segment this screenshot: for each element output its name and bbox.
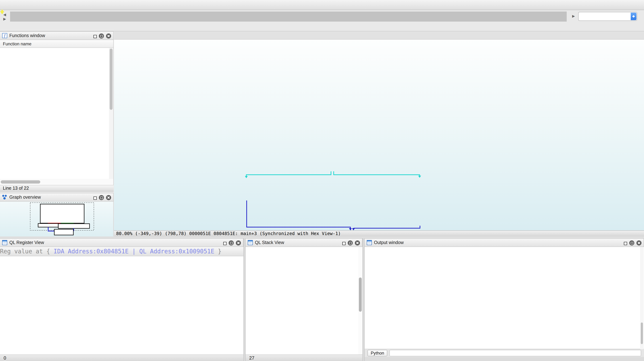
close-icon[interactable] (106, 34, 111, 39)
output-window-titlebar: Output window (364, 238, 644, 247)
dock-icon[interactable] (94, 196, 97, 200)
functions-horizontal-scrollbar[interactable] (0, 179, 114, 185)
workspace: 80.00% (-349,-39) (798,78) 0000051E 0804… (114, 31, 644, 236)
navigation-band-row: ◀ ▶ ▶ (0, 10, 644, 23)
ql-stack-view-titlebar: QL Stack View (246, 238, 362, 247)
ql-register-view-title: QL Register View (9, 240, 44, 245)
maximize-icon[interactable] (99, 195, 104, 200)
maximize-icon[interactable] (229, 240, 234, 245)
register-address-header: Reg value at { IDA Address:0x804851E | Q… (0, 247, 244, 256)
dock-icon[interactable] (223, 242, 226, 245)
ql-register-view-icon (2, 240, 7, 245)
stack-vertical-scrollbar[interactable] (358, 247, 362, 354)
output-window-icon (367, 240, 372, 245)
python-command-input[interactable] (390, 350, 641, 356)
legend-bar (0, 23, 644, 31)
functions-vertical-scrollbar[interactable] (109, 48, 113, 179)
dock-icon[interactable] (624, 242, 627, 245)
maximize-icon[interactable] (629, 240, 634, 245)
dock-icon[interactable] (94, 35, 97, 38)
output-vertical-scrollbar[interactable] (640, 247, 644, 349)
band-expand-icon[interactable]: ▶ (570, 14, 578, 18)
graph-overview-titlebar: Graph overview (0, 193, 114, 202)
band-zoom-combobox[interactable] (578, 12, 637, 21)
ida-graph-canvas[interactable] (114, 40, 644, 230)
ql-stack-view-title: QL Stack View (255, 240, 284, 245)
functions-window-titlebar: f Functions window (0, 31, 114, 40)
python-command-row: Python (364, 349, 644, 357)
band-position-marker (0, 11, 4, 17)
register-status: 0 (0, 354, 244, 361)
band-scroll-right-icon[interactable]: ▶ (1, 17, 9, 21)
close-icon[interactable] (355, 240, 360, 245)
output-window-title: Output window (374, 240, 404, 245)
horizontal-splitter[interactable] (0, 236, 644, 238)
register-values (0, 256, 244, 354)
main-toolbar (0, 0, 644, 10)
python-button[interactable]: Python (368, 350, 388, 356)
graph-overview-title: Graph overview (9, 195, 41, 200)
stack-values (246, 247, 362, 354)
functions-status-line: Line 13 of 22 (0, 185, 114, 191)
close-icon[interactable] (106, 195, 111, 200)
ida-pro-window: ◀ ▶ ▶ f Functions window Function name L… (0, 0, 644, 361)
combo-arrows-icon (631, 13, 636, 20)
functions-window-icon: f (2, 33, 7, 38)
maximize-icon[interactable] (99, 34, 104, 39)
function-name-column-header[interactable]: Function name (0, 40, 114, 48)
maximize-icon[interactable] (348, 240, 353, 245)
output-footer (364, 357, 644, 361)
functions-list (0, 48, 114, 179)
panel-splitter[interactable] (362, 238, 364, 361)
functions-window-title: Functions window (9, 33, 45, 38)
view-tabbar (114, 31, 644, 40)
panel-splitter[interactable] (244, 238, 246, 361)
stack-status: 27 (246, 354, 362, 361)
output-log (364, 247, 644, 349)
close-icon[interactable] (236, 240, 241, 245)
close-icon[interactable] (636, 240, 642, 245)
graph-overview-icon (2, 195, 7, 200)
graph-overview-minimap[interactable] (0, 202, 114, 239)
navigation-band[interactable] (10, 12, 567, 22)
graph-status-line: 80.00% (-349,-39) (798,78) 0000051E 0804… (114, 230, 644, 236)
ql-stack-view-icon (248, 240, 253, 245)
dock-icon[interactable] (342, 242, 346, 245)
ql-register-view-titlebar: QL Register View (0, 238, 244, 247)
